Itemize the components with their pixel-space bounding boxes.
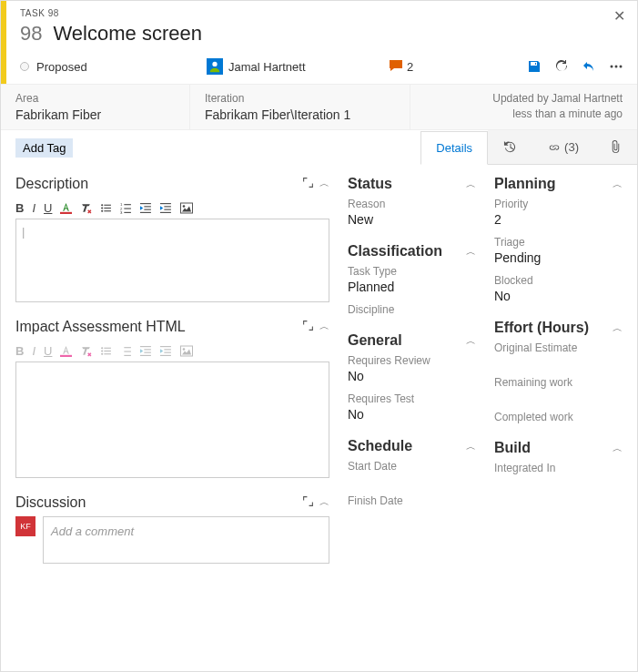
svg-rect-43 (165, 352, 172, 353)
description-title: Description (15, 176, 302, 192)
attachment-icon (610, 140, 622, 154)
task-title[interactable]: Welcome screen (53, 22, 201, 46)
maximize-icon[interactable] (302, 495, 314, 510)
tab-attachments[interactable] (594, 130, 637, 164)
underline-button[interactable]: U (44, 344, 52, 358)
close-icon[interactable]: ✕ (613, 7, 625, 25)
svg-rect-20 (140, 212, 151, 213)
chevron-up-icon[interactable]: ︿ (466, 334, 476, 348)
meta-row: Area Fabrikam Fiber Iteration Fabrikam F… (1, 84, 637, 130)
bold-button[interactable]: B (15, 344, 24, 358)
state-dot-icon (20, 62, 29, 71)
maximize-icon[interactable] (302, 320, 314, 334)
outdent-button[interactable] (140, 202, 152, 214)
chevron-up-icon[interactable]: ︿ (319, 320, 329, 334)
bullet-list-button[interactable] (100, 345, 112, 357)
svg-rect-40 (140, 355, 151, 356)
assignee-picker[interactable]: Jamal Hartnett (207, 58, 389, 75)
reqtest-value[interactable]: No (348, 407, 476, 422)
blocked-value[interactable]: No (494, 289, 623, 303)
add-tag-button[interactable]: Add Tag (15, 138, 73, 158)
svg-rect-24 (160, 212, 171, 213)
tab-details[interactable]: Details (420, 131, 488, 165)
svg-rect-17 (140, 203, 151, 204)
completed-label: Completed work (494, 411, 623, 423)
svg-rect-38 (145, 349, 152, 350)
build-title: Build (494, 440, 613, 456)
area-field[interactable]: Area Fabrikam Fiber (1, 85, 190, 129)
current-user-avatar: KF (15, 516, 35, 536)
font-color-button[interactable] (60, 202, 72, 214)
bullet-list-button[interactable] (100, 202, 112, 214)
chevron-up-icon[interactable]: ︿ (613, 442, 623, 455)
task-type-label: TASK 98 (20, 8, 623, 18)
chevron-up-icon[interactable]: ︿ (466, 178, 476, 191)
svg-rect-14 (125, 204, 132, 205)
state-picker[interactable]: Proposed (20, 60, 207, 74)
image-button[interactable] (180, 202, 193, 214)
comments-count: 2 (407, 60, 413, 74)
tab-links[interactable]: (3) (532, 130, 594, 164)
toolbar-actions (527, 59, 623, 74)
svg-point-28 (101, 347, 103, 349)
number-list-button[interactable]: 123 (120, 202, 132, 214)
area-label: Area (15, 92, 175, 105)
svg-rect-9 (105, 208, 112, 209)
reqreview-label: Requires Review (348, 354, 476, 367)
maximize-icon[interactable] (302, 177, 314, 191)
indent-button[interactable] (160, 202, 172, 214)
clear-format-button[interactable] (80, 202, 92, 214)
tabs: Details (3) (420, 130, 637, 165)
svg-rect-19 (145, 209, 152, 210)
reason-value[interactable]: New (348, 212, 476, 227)
chevron-up-icon[interactable]: ︿ (466, 245, 476, 259)
indent-button[interactable] (160, 345, 172, 357)
tasktype-value[interactable]: Planned (348, 280, 476, 294)
svg-point-5 (101, 204, 103, 206)
tags-area: Add Tag (1, 130, 87, 165)
rte-toolbar-impact: B I U (15, 341, 329, 361)
assignee-name: Jamal Hartnett (228, 60, 306, 74)
classification-title: Classification (348, 243, 466, 260)
image-button[interactable] (180, 345, 193, 357)
impact-editor[interactable] (15, 361, 329, 478)
number-list-button[interactable] (120, 345, 132, 357)
chevron-up-icon[interactable]: ︿ (319, 177, 329, 191)
save-button[interactable] (527, 59, 542, 74)
chevron-up-icon[interactable]: ︿ (466, 440, 476, 453)
chevron-up-icon[interactable]: ︿ (613, 178, 623, 191)
tab-history[interactable] (488, 130, 532, 164)
effort-title: Effort (Hours) (494, 320, 613, 336)
bold-button[interactable]: B (15, 201, 24, 215)
chevron-up-icon[interactable]: ︿ (319, 495, 329, 510)
more-actions-button[interactable] (609, 59, 623, 74)
iteration-value: Fabrikam Fiber\Iteration 1 (205, 107, 395, 122)
svg-point-7 (101, 210, 103, 212)
reqreview-value[interactable]: No (348, 369, 476, 383)
schedule-title: Schedule (348, 438, 466, 454)
link-icon (548, 141, 561, 154)
underline-button[interactable]: U (44, 201, 52, 215)
discussion-input[interactable]: Add a comment (43, 516, 329, 564)
refresh-button[interactable] (554, 59, 569, 74)
chevron-up-icon[interactable]: ︿ (613, 321, 623, 335)
svg-rect-35 (125, 351, 132, 352)
priority-value[interactable]: 2 (494, 212, 623, 227)
font-color-button[interactable] (60, 345, 72, 357)
italic-button[interactable]: I (32, 201, 35, 215)
undo-button[interactable] (582, 59, 596, 74)
triage-value[interactable]: Pending (494, 250, 623, 265)
description-editor[interactable]: | (15, 219, 329, 302)
svg-point-2 (615, 66, 618, 68)
svg-point-29 (101, 350, 103, 351)
clear-format-button[interactable] (80, 345, 92, 357)
svg-rect-4 (60, 212, 72, 214)
svg-rect-42 (165, 349, 172, 350)
comments-indicator[interactable]: 2 (389, 59, 461, 75)
iteration-field[interactable]: Iteration Fabrikam Fiber\Iteration 1 (190, 85, 410, 129)
italic-button[interactable]: I (32, 344, 35, 358)
comment-icon (389, 59, 403, 75)
outdent-button[interactable] (140, 345, 152, 357)
svg-point-26 (183, 205, 186, 208)
svg-rect-33 (105, 353, 112, 354)
